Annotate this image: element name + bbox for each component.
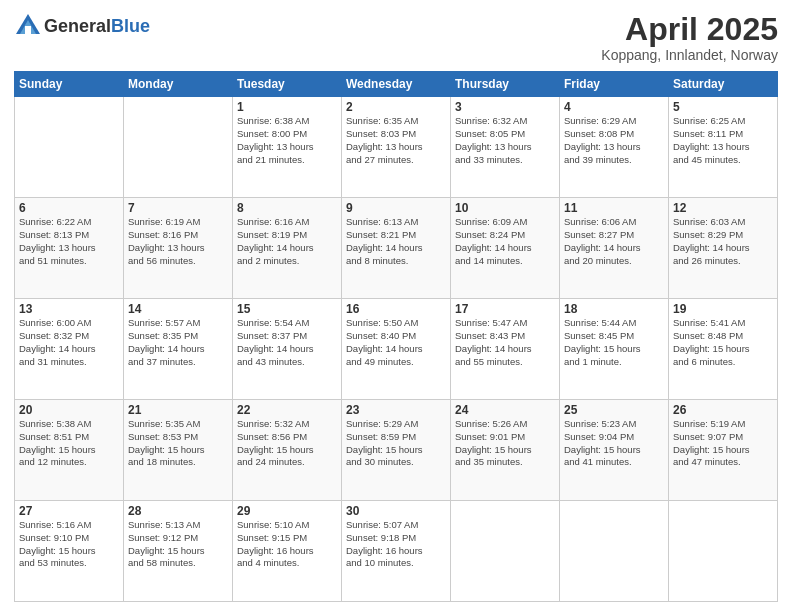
day-cell [124,97,233,198]
day-cell: 6Sunrise: 6:22 AM Sunset: 8:13 PM Daylig… [15,198,124,299]
day-detail: Sunrise: 5:38 AM Sunset: 8:51 PM Dayligh… [19,418,119,469]
day-number: 26 [673,403,773,417]
day-detail: Sunrise: 5:35 AM Sunset: 8:53 PM Dayligh… [128,418,228,469]
day-detail: Sunrise: 5:10 AM Sunset: 9:15 PM Dayligh… [237,519,337,570]
day-cell: 24Sunrise: 5:26 AM Sunset: 9:01 PM Dayli… [451,400,560,501]
day-number: 11 [564,201,664,215]
week-row-4: 20Sunrise: 5:38 AM Sunset: 8:51 PM Dayli… [15,400,778,501]
day-detail: Sunrise: 6:06 AM Sunset: 8:27 PM Dayligh… [564,216,664,267]
day-detail: Sunrise: 6:35 AM Sunset: 8:03 PM Dayligh… [346,115,446,166]
day-cell: 9Sunrise: 6:13 AM Sunset: 8:21 PM Daylig… [342,198,451,299]
day-detail: Sunrise: 6:32 AM Sunset: 8:05 PM Dayligh… [455,115,555,166]
day-number: 1 [237,100,337,114]
day-number: 30 [346,504,446,518]
day-number: 7 [128,201,228,215]
week-row-1: 1Sunrise: 6:38 AM Sunset: 8:00 PM Daylig… [15,97,778,198]
day-cell: 29Sunrise: 5:10 AM Sunset: 9:15 PM Dayli… [233,501,342,602]
day-cell: 18Sunrise: 5:44 AM Sunset: 8:45 PM Dayli… [560,299,669,400]
day-detail: Sunrise: 6:09 AM Sunset: 8:24 PM Dayligh… [455,216,555,267]
day-number: 15 [237,302,337,316]
day-cell [15,97,124,198]
day-detail: Sunrise: 6:16 AM Sunset: 8:19 PM Dayligh… [237,216,337,267]
day-number: 5 [673,100,773,114]
day-number: 22 [237,403,337,417]
day-detail: Sunrise: 5:19 AM Sunset: 9:07 PM Dayligh… [673,418,773,469]
day-number: 9 [346,201,446,215]
day-number: 3 [455,100,555,114]
day-cell: 27Sunrise: 5:16 AM Sunset: 9:10 PM Dayli… [15,501,124,602]
header-cell-tuesday: Tuesday [233,72,342,97]
day-detail: Sunrise: 6:13 AM Sunset: 8:21 PM Dayligh… [346,216,446,267]
day-cell: 12Sunrise: 6:03 AM Sunset: 8:29 PM Dayli… [669,198,778,299]
header-cell-wednesday: Wednesday [342,72,451,97]
day-cell: 5Sunrise: 6:25 AM Sunset: 8:11 PM Daylig… [669,97,778,198]
day-cell [560,501,669,602]
week-row-3: 13Sunrise: 6:00 AM Sunset: 8:32 PM Dayli… [15,299,778,400]
header-cell-saturday: Saturday [669,72,778,97]
header-cell-sunday: Sunday [15,72,124,97]
title-block: April 2025 Koppang, Innlandet, Norway [601,12,778,63]
day-number: 25 [564,403,664,417]
day-detail: Sunrise: 6:22 AM Sunset: 8:13 PM Dayligh… [19,216,119,267]
day-number: 29 [237,504,337,518]
day-detail: Sunrise: 5:29 AM Sunset: 8:59 PM Dayligh… [346,418,446,469]
header: GeneralBlue April 2025 Koppang, Innlande… [14,12,778,63]
day-cell: 10Sunrise: 6:09 AM Sunset: 8:24 PM Dayli… [451,198,560,299]
day-cell: 21Sunrise: 5:35 AM Sunset: 8:53 PM Dayli… [124,400,233,501]
day-detail: Sunrise: 5:26 AM Sunset: 9:01 PM Dayligh… [455,418,555,469]
day-detail: Sunrise: 5:50 AM Sunset: 8:40 PM Dayligh… [346,317,446,368]
day-cell: 17Sunrise: 5:47 AM Sunset: 8:43 PM Dayli… [451,299,560,400]
day-detail: Sunrise: 5:13 AM Sunset: 9:12 PM Dayligh… [128,519,228,570]
header-cell-monday: Monday [124,72,233,97]
calendar-subtitle: Koppang, Innlandet, Norway [601,47,778,63]
day-number: 27 [19,504,119,518]
day-cell: 15Sunrise: 5:54 AM Sunset: 8:37 PM Dayli… [233,299,342,400]
day-detail: Sunrise: 6:38 AM Sunset: 8:00 PM Dayligh… [237,115,337,166]
week-row-2: 6Sunrise: 6:22 AM Sunset: 8:13 PM Daylig… [15,198,778,299]
header-cell-thursday: Thursday [451,72,560,97]
header-cell-friday: Friday [560,72,669,97]
day-cell: 1Sunrise: 6:38 AM Sunset: 8:00 PM Daylig… [233,97,342,198]
day-cell: 28Sunrise: 5:13 AM Sunset: 9:12 PM Dayli… [124,501,233,602]
day-detail: Sunrise: 6:00 AM Sunset: 8:32 PM Dayligh… [19,317,119,368]
day-number: 4 [564,100,664,114]
day-detail: Sunrise: 6:19 AM Sunset: 8:16 PM Dayligh… [128,216,228,267]
day-number: 18 [564,302,664,316]
logo-text-blue: Blue [111,16,150,36]
day-cell: 8Sunrise: 6:16 AM Sunset: 8:19 PM Daylig… [233,198,342,299]
day-number: 24 [455,403,555,417]
day-cell [669,501,778,602]
day-number: 6 [19,201,119,215]
day-number: 17 [455,302,555,316]
day-cell: 26Sunrise: 5:19 AM Sunset: 9:07 PM Dayli… [669,400,778,501]
day-detail: Sunrise: 5:44 AM Sunset: 8:45 PM Dayligh… [564,317,664,368]
day-detail: Sunrise: 5:32 AM Sunset: 8:56 PM Dayligh… [237,418,337,469]
day-cell: 23Sunrise: 5:29 AM Sunset: 8:59 PM Dayli… [342,400,451,501]
day-number: 8 [237,201,337,215]
day-number: 21 [128,403,228,417]
day-number: 19 [673,302,773,316]
day-detail: Sunrise: 5:41 AM Sunset: 8:48 PM Dayligh… [673,317,773,368]
day-cell: 20Sunrise: 5:38 AM Sunset: 8:51 PM Dayli… [15,400,124,501]
day-number: 13 [19,302,119,316]
day-detail: Sunrise: 5:54 AM Sunset: 8:37 PM Dayligh… [237,317,337,368]
day-number: 2 [346,100,446,114]
day-detail: Sunrise: 6:03 AM Sunset: 8:29 PM Dayligh… [673,216,773,267]
day-cell: 4Sunrise: 6:29 AM Sunset: 8:08 PM Daylig… [560,97,669,198]
day-cell: 16Sunrise: 5:50 AM Sunset: 8:40 PM Dayli… [342,299,451,400]
day-cell: 19Sunrise: 5:41 AM Sunset: 8:48 PM Dayli… [669,299,778,400]
day-cell: 13Sunrise: 6:00 AM Sunset: 8:32 PM Dayli… [15,299,124,400]
logo-text-general: General [44,16,111,36]
day-number: 12 [673,201,773,215]
day-cell: 7Sunrise: 6:19 AM Sunset: 8:16 PM Daylig… [124,198,233,299]
day-cell: 25Sunrise: 5:23 AM Sunset: 9:04 PM Dayli… [560,400,669,501]
day-number: 16 [346,302,446,316]
header-row: SundayMondayTuesdayWednesdayThursdayFrid… [15,72,778,97]
day-cell [451,501,560,602]
svg-rect-2 [25,26,31,34]
day-cell: 11Sunrise: 6:06 AM Sunset: 8:27 PM Dayli… [560,198,669,299]
day-number: 20 [19,403,119,417]
day-detail: Sunrise: 6:25 AM Sunset: 8:11 PM Dayligh… [673,115,773,166]
day-detail: Sunrise: 5:23 AM Sunset: 9:04 PM Dayligh… [564,418,664,469]
day-cell: 14Sunrise: 5:57 AM Sunset: 8:35 PM Dayli… [124,299,233,400]
